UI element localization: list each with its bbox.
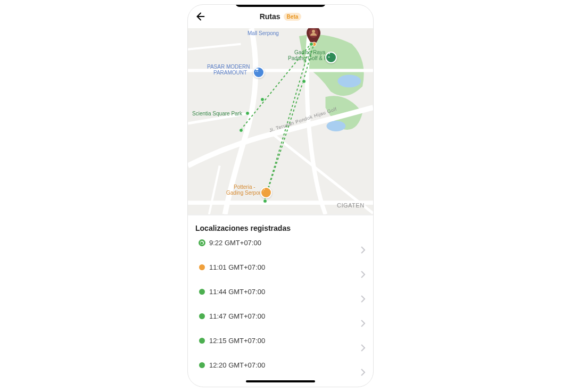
- route-point: [309, 42, 314, 46]
- timeline-item[interactable]: 11:01 GMT+07:00: [195, 262, 366, 287]
- beta-badge: Beta: [284, 13, 302, 21]
- chevron-right-icon: [360, 246, 366, 254]
- poi-pin-restaurant[interactable]: [260, 187, 272, 198]
- timeline-content: 11:44 GMT+07:00: [208, 287, 366, 303]
- timeline-item[interactable]: 11:44 GMT+07:00: [195, 287, 366, 311]
- timeline-time: 11:01 GMT+07:00: [209, 263, 265, 271]
- map-background: [188, 28, 373, 214]
- svg-point-9: [312, 30, 315, 33]
- timeline-dot-orange: [199, 264, 205, 270]
- chevron-right-icon: [360, 369, 366, 376]
- timeline-dot-start: [199, 239, 205, 246]
- page-title: Rutas: [260, 12, 280, 21]
- timeline-item[interactable]: 11:47 GMT+07:00: [195, 311, 366, 336]
- notch: [235, 4, 326, 7]
- svg-point-2: [337, 74, 361, 87]
- timeline-marker: [195, 360, 208, 371]
- timeline-marker: [195, 311, 208, 322]
- header: Rutas Beta: [188, 5, 373, 28]
- timeline-dot-green: [199, 313, 205, 319]
- timeline-item[interactable]: 9:22 GMT+07:00: [195, 238, 366, 262]
- timeline-content: 11:47 GMT+07:00: [208, 311, 366, 327]
- chevron-right-icon: [360, 344, 366, 352]
- timeline-content: 9:22 GMT+07:00: [208, 238, 366, 254]
- header-title-wrap: Rutas Beta: [188, 12, 373, 21]
- timeline-time: 12:55 GMT+07:00: [209, 386, 265, 387]
- route-point: [245, 111, 250, 115]
- home-indicator: [246, 380, 315, 382]
- timeline-dot-green: [199, 289, 205, 295]
- timeline-time: 11:44 GMT+07:00: [209, 288, 265, 296]
- timeline-content: 12:20 GMT+07:00: [208, 360, 366, 376]
- timeline-time: 12:20 GMT+07:00: [209, 361, 265, 369]
- map-view[interactable]: Mall Serpong PASAR MODERN PARAMOUNT Gadi…: [188, 28, 373, 215]
- timeline-dot-green: [199, 362, 205, 368]
- svg-point-3: [326, 121, 345, 131]
- arrow-left-icon: [195, 11, 207, 22]
- timeline-time: 11:47 GMT+07:00: [209, 312, 265, 320]
- chevron-right-icon: [360, 320, 366, 327]
- poi-pin-golf[interactable]: [325, 52, 337, 63]
- timeline-item[interactable]: 12:55 GMT+07:00: [195, 385, 366, 387]
- locations-section: Localizaciones registradas 9:22 GMT+07:0…: [188, 215, 373, 387]
- timeline-marker: [195, 287, 208, 298]
- route-point: [239, 128, 243, 132]
- timeline-list: 9:22 GMT+07:00 11:01 GMT+07:00: [195, 238, 366, 387]
- cart-icon: [254, 68, 259, 73]
- route-point: [302, 79, 306, 84]
- timeline-content: 12:55 GMT+07:00: [208, 385, 366, 387]
- chevron-right-icon: [360, 295, 366, 303]
- timeline-marker: [195, 385, 208, 387]
- timeline-marker: [195, 238, 208, 249]
- timeline-marker: [195, 336, 208, 347]
- utensils-icon: [261, 188, 267, 193]
- route-point: [260, 97, 265, 102]
- timeline-dot-green: [199, 338, 205, 344]
- timeline-content: 11:01 GMT+07:00: [208, 262, 366, 278]
- back-button[interactable]: [194, 10, 207, 23]
- phone-frame: Rutas Beta: [187, 4, 374, 387]
- timeline-marker: [195, 262, 208, 273]
- timeline-time: 12:15 GMT+07:00: [209, 337, 265, 345]
- timeline-time: 9:22 GMT+07:00: [209, 239, 261, 247]
- timeline-item[interactable]: 12:15 GMT+07:00: [195, 336, 366, 360]
- poi-pin-shopping[interactable]: [253, 66, 265, 78]
- section-title: Localizaciones registradas: [195, 224, 366, 232]
- timeline-content: 12:15 GMT+07:00: [208, 336, 366, 352]
- chevron-right-icon: [360, 271, 366, 278]
- route-point: [263, 199, 267, 203]
- golf-icon: [326, 53, 332, 58]
